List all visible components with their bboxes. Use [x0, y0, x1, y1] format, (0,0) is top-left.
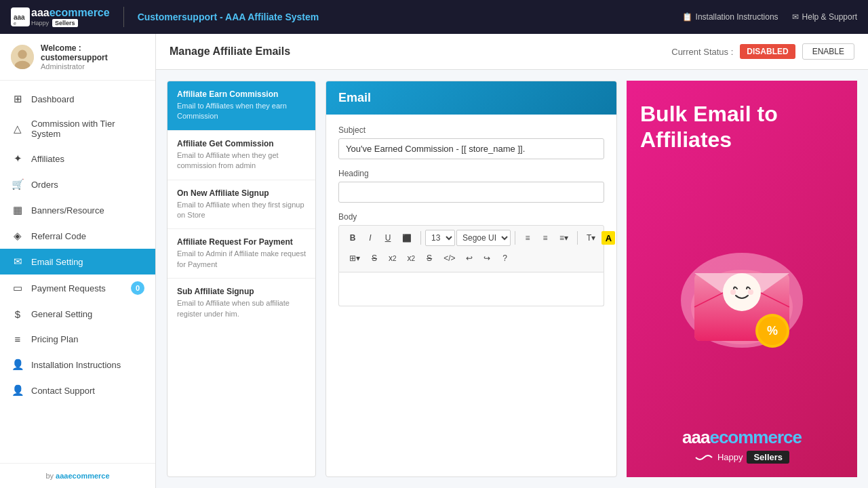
underline-button[interactable]: U	[380, 230, 396, 246]
footer-by: by	[45, 472, 56, 480]
heading-input[interactable]	[338, 182, 604, 203]
table-button[interactable]: ⊞▾	[344, 250, 365, 266]
page-title: Manage Affiliate Emails	[170, 45, 290, 58]
help-button[interactable]: ?	[496, 250, 513, 266]
highlight-button[interactable]: A	[601, 231, 615, 245]
right-panel: Bulk Email to Affiliates	[627, 81, 857, 477]
item-desc: Email to Affiliate when sub affiliate re…	[177, 298, 306, 319]
sidebar-item-pricing-plan[interactable]: ≡ Pricing Plan	[0, 327, 155, 352]
email-list-item-request-payment[interactable]: Affiliate Request For Payment Email to A…	[167, 229, 315, 279]
font-size-select[interactable]: 13 14 16	[425, 230, 455, 246]
envelope-illustration: %	[674, 219, 810, 361]
right-panel-title: Bulk Email to Affiliates	[640, 101, 844, 153]
pricing-icon: ≡	[11, 333, 24, 345]
table-icon: ⊞▾	[349, 253, 360, 263]
heading-group: Heading	[338, 169, 604, 203]
main-layout: Welcome : customersupport Administrator …	[0, 34, 868, 488]
subscript-button[interactable]: x2	[403, 250, 420, 266]
topbar-title: Customersupport - AAA Affiliate System	[138, 12, 319, 22]
install-icon: 👤	[11, 359, 24, 371]
item-title: Affiliate Earn Commission	[177, 89, 306, 99]
brand-prefix: aaa	[682, 427, 709, 447]
footer-link[interactable]: aaaecommerce	[56, 472, 110, 480]
brand-arrow-icon	[694, 452, 713, 463]
email-list-panel: Affiliate Earn Commission Email to Affil…	[167, 81, 316, 477]
payment-badge: 0	[131, 281, 144, 295]
logo-badge: Sellers	[52, 19, 78, 27]
code-button[interactable]: </>	[439, 250, 460, 266]
affiliates-icon: ✦	[11, 152, 24, 165]
enable-button[interactable]: ENABLE	[802, 43, 854, 60]
email-form-title: Email	[338, 91, 371, 104]
heading-label: Heading	[338, 169, 604, 178]
body-group: Body B I U ⬛	[338, 212, 604, 306]
avatar-svg	[11, 45, 34, 69]
current-status-label: Current Status :	[671, 47, 733, 57]
toolbar-row-2: ⊞▾ S x2 x2 S </> ↩ ↪	[344, 250, 513, 266]
dashboard-icon: ⊞	[11, 93, 24, 105]
sidebar-item-dashboard[interactable]: ⊞ Dashboard	[0, 86, 155, 112]
brand-subtitle-row: Happy Sellers	[682, 451, 802, 464]
content-area: Manage Affiliate Emails Current Status :…	[156, 34, 868, 488]
user-info: Welcome : customersupport Administrator	[41, 43, 144, 70]
bold-button[interactable]: B	[344, 230, 361, 246]
doc-icon: 📋	[682, 12, 692, 22]
item-title: Sub Affiliate Signup	[177, 287, 306, 296]
email-list-item-new-signup[interactable]: On New Affiliate Signup Email to Affilia…	[167, 180, 315, 230]
italic-button[interactable]: I	[362, 230, 378, 246]
logo: aaa e aaaecommerce Happy Sellers Custome…	[11, 7, 319, 27]
svg-point-9	[723, 273, 761, 311]
ordered-list-button[interactable]: ≡	[537, 230, 553, 246]
strikethrough-button[interactable]: S	[366, 250, 382, 266]
email-list-item-earn-commission[interactable]: Affiliate Earn Commission Email to Affil…	[167, 81, 315, 131]
sidebar-footer: by aaaecommerce	[0, 463, 155, 488]
sidebar-item-contact-support[interactable]: 👤 Contact Support	[0, 378, 155, 403]
brand-sellers-badge: Sellers	[747, 451, 789, 464]
sidebar-item-banners[interactable]: ▦ Banners/Resource	[0, 197, 155, 223]
font-family-select[interactable]: Segoe UI Arial	[456, 230, 511, 246]
unordered-list-button[interactable]: ≡	[519, 230, 536, 246]
text-format-icon: T▾	[587, 233, 595, 243]
email-form-header: Email	[326, 81, 616, 115]
sidebar-item-affiliates[interactable]: ✦ Affiliates	[0, 146, 155, 171]
sidebar-item-email-setting[interactable]: ✉ Email Setting	[0, 249, 155, 274]
highlight-icon: A	[606, 233, 612, 243]
text-format-button[interactable]: T▾	[582, 230, 600, 246]
align-button[interactable]: ≡▾	[555, 230, 573, 246]
sidebar-item-commission-tier[interactable]: △ Commission with Tier System	[0, 112, 155, 146]
superscript-button[interactable]: x2	[384, 250, 401, 266]
sidebar-item-installation-instructions[interactable]: 👤 Installation Instructions	[0, 352, 155, 378]
toolbar-divider	[420, 231, 421, 245]
subject-label: Subject	[338, 125, 604, 135]
logo-text: aaaecommerce	[31, 7, 110, 19]
svg-point-11	[748, 289, 753, 295]
mail-icon: ✉	[792, 12, 799, 22]
email-form-panel: Email Subject Heading Body	[326, 81, 617, 477]
sidebar-item-referral[interactable]: ◈ Referral Code	[0, 223, 155, 249]
sidebar-item-general-setting[interactable]: $ General Setting	[0, 302, 155, 327]
editor-toolbar: B I U ⬛ 13 14 16	[338, 225, 604, 272]
sidebar-item-orders[interactable]: 🛒 Orders	[0, 171, 155, 197]
email-list-item-get-commission[interactable]: Affiliate Get Commission Email to Affili…	[167, 131, 315, 180]
strikethrough2-icon: S	[427, 253, 432, 263]
item-desc: Email to Admin if Affiliate make request…	[177, 249, 306, 270]
subject-group: Subject	[338, 125, 604, 159]
email-list-item-sub-affiliate[interactable]: Sub Affiliate Signup Email to Affiliate …	[167, 279, 315, 327]
help-support-link[interactable]: ✉ Help & Support	[792, 12, 857, 22]
format-icon: ⬛	[402, 234, 412, 243]
installation-instructions-link[interactable]: 📋 Installation Instructions	[682, 12, 778, 22]
undo-button[interactable]: ↩	[461, 250, 477, 266]
sidebar-item-payment-requests[interactable]: ▭ Payment Requests 0	[0, 274, 155, 302]
toolbar-divider-2	[515, 231, 515, 245]
strikethrough2-button[interactable]: S	[421, 250, 437, 266]
email-form-body: Subject Heading Body B I	[326, 115, 616, 476]
redo-button[interactable]: ↪	[479, 250, 495, 266]
editor-body[interactable]	[338, 272, 604, 306]
username: Welcome : customersupport	[41, 43, 144, 62]
svg-point-4	[18, 50, 26, 59]
brand-main: ecommerce	[709, 427, 802, 447]
brand-text: aaaecommerce	[682, 427, 802, 448]
right-panel-brand: aaaecommerce Happy Sellers	[682, 427, 802, 464]
format-button[interactable]: ⬛	[397, 230, 416, 246]
subject-input[interactable]	[338, 138, 604, 159]
